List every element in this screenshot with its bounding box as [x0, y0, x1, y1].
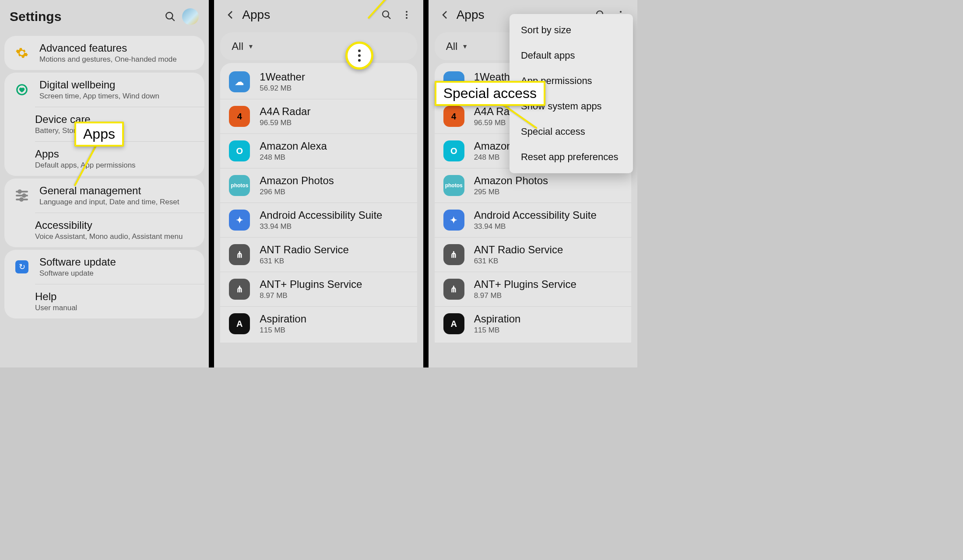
svg-point-0 [166, 12, 173, 19]
row-title: Apps [35, 148, 136, 160]
settings-row-update[interactable]: ↻Software updateSoftware update [4, 250, 204, 284]
row-title: Help [35, 290, 77, 303]
back-icon[interactable] [222, 6, 239, 24]
app-icon: ☁ [229, 71, 250, 92]
menu-item[interactable]: Sort by size [510, 18, 633, 43]
heart-icon [12, 80, 32, 99]
panel-settings: Settings Advanced featuresMotions and ge… [0, 0, 211, 368]
search-icon[interactable] [162, 8, 179, 25]
search-icon[interactable] [378, 6, 395, 24]
app-row[interactable]: AAspiration115 MB [220, 306, 417, 341]
app-row[interactable]: ⋔ANT Radio Service631 KB [220, 237, 417, 272]
callout-ring-more [345, 42, 373, 70]
app-size: 56.92 MB [260, 84, 305, 93]
row-subtitle: Language and input, Date and time, Reset [39, 198, 179, 206]
app-size: 8.97 MB [260, 291, 362, 300]
app-size: 33.94 MB [474, 222, 597, 231]
row-subtitle: Screen time, App timers, Wind down [39, 92, 159, 101]
menu-item[interactable]: Default apps [510, 43, 633, 68]
app-icon: O [443, 140, 464, 161]
app-icon: ⋔ [229, 279, 250, 300]
row-title: General management [39, 185, 179, 197]
app-name: 1Weather [260, 71, 305, 83]
row-title: Accessibility [35, 219, 183, 231]
row-title: Digital wellbeing [39, 79, 159, 91]
app-size: 295 MB [474, 188, 548, 196]
app-size: 96.59 MB [260, 119, 310, 127]
settings-row-access[interactable]: AccessibilityVoice Assistant, Mono audio… [35, 213, 204, 247]
app-row[interactable]: ✦Android Accessibility Suite33.94 MB [220, 203, 417, 237]
gear-icon [12, 43, 32, 63]
app-name: Aspiration [260, 313, 306, 325]
app-row[interactable]: ✦Android Accessibility Suite33.94 MB [435, 203, 631, 237]
app-icon: ✦ [229, 210, 250, 231]
settings-row-sliders[interactable]: General managementLanguage and input, Da… [4, 178, 204, 213]
more-icon[interactable] [398, 6, 415, 24]
app-size: 115 MB [474, 326, 521, 335]
menu-item[interactable]: Reset app preferences [510, 144, 633, 170]
filter-all[interactable]: All ▼ [220, 32, 417, 60]
app-icon: photos [443, 175, 464, 196]
app-row[interactable]: ⋔ANT+ Plugins Service8.97 MB [435, 272, 631, 306]
sliders-icon [12, 186, 32, 205]
app-name: Amazon Photos [260, 175, 334, 187]
app-name: ANT+ Plugins Service [260, 278, 362, 290]
app-size: 33.94 MB [260, 222, 382, 231]
svg-point-6 [383, 11, 389, 17]
app-size: 631 KB [474, 257, 563, 266]
panel-apps-menu: Apps All ▼ ☁1Weather56.92 MB4A4A Radar96… [426, 0, 637, 368]
apps-list: ☁1Weather56.92 MB4A4A Radar96.59 MBOAmaz… [220, 63, 417, 343]
filter-label: All [446, 40, 458, 52]
app-icon: A [229, 313, 250, 334]
callout-apps: Apps [74, 122, 124, 147]
row-subtitle: Voice Assistant, Mono audio, Assistant m… [35, 232, 183, 241]
settings-row-help[interactable]: ?HelpUser manual [35, 284, 204, 318]
row-subtitle: User manual [35, 304, 77, 312]
filter-label: All [232, 40, 243, 52]
app-icon: 4 [443, 106, 464, 127]
app-icon: ⋔ [229, 244, 250, 265]
settings-header: Settings [0, 0, 209, 33]
back-icon[interactable] [436, 6, 454, 24]
app-name: ANT Radio Service [260, 244, 349, 256]
settings-group: General managementLanguage and input, Da… [4, 178, 204, 247]
app-row[interactable]: ⋔ANT+ Plugins Service8.97 MB [220, 272, 417, 306]
row-subtitle: Software update [39, 269, 116, 278]
callout-special-access: Special access [435, 81, 545, 106]
row-title: Advanced features [39, 42, 177, 54]
row-title: Software update [39, 256, 116, 268]
app-icon: ⋔ [443, 279, 464, 300]
app-icon: A [443, 313, 464, 334]
app-row[interactable]: photosAmazon Photos296 MB [220, 168, 417, 203]
app-size: 8.97 MB [474, 291, 576, 300]
app-row[interactable]: ☁1Weather56.92 MB [220, 65, 417, 99]
app-size: 631 KB [260, 257, 349, 266]
update-icon: ↻ [12, 257, 32, 276]
settings-group: Advanced featuresMotions and gestures, O… [4, 36, 204, 70]
app-name: Android Accessibility Suite [260, 209, 382, 221]
settings-row-gear[interactable]: Advanced featuresMotions and gestures, O… [4, 36, 204, 70]
svg-point-13 [620, 11, 622, 13]
settings-group: ↻Software updateSoftware update?HelpUser… [4, 250, 204, 318]
app-row[interactable]: AAspiration115 MB [435, 306, 631, 341]
app-size: 248 MB [260, 153, 327, 162]
settings-row-heart[interactable]: Digital wellbeingScreen time, App timers… [4, 73, 204, 107]
app-row[interactable]: OAmazon Alexa248 MB [220, 133, 417, 168]
apps-title: Apps [242, 8, 375, 22]
app-row[interactable]: 4A4A Radar96.59 MB [220, 99, 417, 133]
app-size: 115 MB [260, 326, 306, 335]
chevron-down-icon: ▼ [462, 43, 468, 50]
app-name: A4A Radar [260, 105, 310, 118]
app-name: ANT+ Plugins Service [474, 278, 576, 290]
svg-line-7 [388, 16, 390, 19]
profile-avatar[interactable] [182, 8, 199, 25]
app-icon: ✦ [443, 210, 464, 231]
app-icon: photos [229, 175, 250, 196]
svg-point-9 [406, 14, 408, 16]
app-name: ANT Radio Service [474, 244, 563, 256]
apps-header: Apps [214, 0, 423, 30]
svg-line-1 [172, 18, 175, 21]
app-row[interactable]: ⋔ANT Radio Service631 KB [435, 237, 631, 272]
app-name: Android Accessibility Suite [474, 209, 597, 221]
app-icon: ⋔ [443, 244, 464, 265]
